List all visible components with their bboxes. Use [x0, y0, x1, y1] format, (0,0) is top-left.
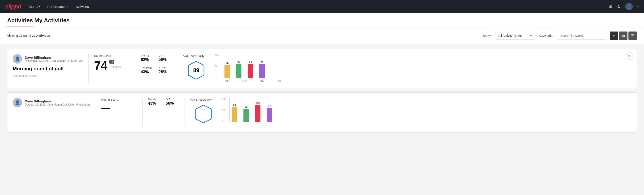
score-number: 74 — [94, 59, 107, 72]
hexagon: 89 — [186, 60, 206, 80]
user-avatar[interactable]: 👤 — [625, 3, 633, 10]
bar-value-app-2: 82 — [245, 106, 248, 108]
card-divider-2b — [142, 98, 142, 127]
grid-view-button[interactable]: ⊞ — [619, 32, 628, 40]
card-left-2: 👤 Dave Billingham October 16, 2021 - Gog… — [13, 98, 90, 110]
viewing-count: 12 — [19, 34, 22, 38]
logo[interactable]: clippd — [5, 3, 21, 10]
bar-group-ott: 85 OTT — [224, 62, 230, 78]
score-holes: 18 Holes — [109, 65, 121, 69]
stats-grid: FW Hit 62% GIR 50% Up/Down 43% 1 Putt 28… — [140, 54, 172, 77]
gir-stat: GIR 50% — [158, 54, 172, 62]
bar-ott-2 — [232, 107, 237, 122]
bar-group-putt-2: 87 — [267, 105, 272, 122]
page-header: Activities My Activities — [0, 13, 644, 28]
card-divider-2a — [96, 98, 96, 127]
score-main-2: — — [101, 103, 137, 112]
bar-value-arg: 89 — [249, 61, 252, 64]
main-content: 👤 Dave Billingham December 05, 2021 - Go… — [0, 44, 644, 140]
user-date: December 05, 2021 - Gog Magog Golf Club … — [25, 59, 83, 62]
add-icon[interactable]: ⊕ — [609, 4, 612, 9]
avatar-chevron-icon: ▾ — [637, 5, 639, 8]
hexagon-svg-2 — [194, 104, 214, 124]
avatar-icon: 👤 — [626, 4, 632, 9]
y-label-100-2: 100 — [222, 98, 228, 100]
bar-value-arg-2: 106 — [256, 102, 260, 104]
gir-label: GIR — [158, 54, 172, 57]
bar-arg-2 — [255, 105, 260, 122]
card-divider — [88, 54, 88, 83]
performance-chevron-icon: ▾ — [68, 5, 68, 8]
card-divider-3 — [177, 54, 178, 83]
avg-shot-label: Avg Shot Quality — [183, 54, 210, 58]
data-source: Data Source: Arccos — [13, 74, 83, 78]
bar-ott — [224, 65, 230, 78]
nav-activities[interactable]: Activities — [76, 5, 89, 8]
nav-performance[interactable]: Performance ▾ — [47, 5, 68, 8]
activity-type-select[interactable]: All Activity Types — [495, 32, 535, 40]
y-label-0: 0 — [215, 76, 221, 78]
view-toggle: ≡ ⊞ ☰ — [610, 32, 637, 40]
activity-card-2: 👤 Dave Billingham October 16, 2021 - Gog… — [7, 92, 637, 132]
bar-value-putt: 89 — [261, 61, 263, 64]
show-label: Show: — [483, 34, 492, 38]
bar-chart-section-2: 100 50 0 94 82 106 — [222, 98, 631, 127]
refresh-icon[interactable]: ↻ — [617, 4, 621, 9]
nav-icons: ⊕ ↻ 👤 ▾ — [609, 3, 639, 10]
bar-value-putt-2: 87 — [268, 105, 271, 107]
card-divider-2 — [135, 54, 135, 83]
user-info: 👤 Dave Billingham December 05, 2021 - Go… — [13, 54, 83, 64]
bar-label-arg: ARG — [260, 80, 265, 82]
avatar-person-icon: 👤 — [15, 56, 20, 62]
bar-group-app: 90 APP — [236, 60, 242, 78]
hex-number: 89 — [193, 67, 199, 74]
list-view-button[interactable]: ≡ — [610, 32, 618, 40]
teams-chevron-icon: ▾ — [39, 5, 40, 8]
nav-teams[interactable]: Teams ▾ — [28, 5, 40, 8]
fw-hit-value: 62% — [140, 57, 154, 62]
viewing-total: 29 — [32, 34, 36, 38]
bar-chart-wrapper: 100 50 0 85 OTT 90 APP — [215, 54, 631, 83]
bar-app-2 — [244, 109, 249, 122]
avatar: 👤 — [13, 54, 22, 64]
avg-shot-section: Avg Shot Quality 89 — [183, 54, 210, 80]
compact-view-button[interactable]: ☰ — [628, 32, 637, 40]
oneputt-stat: 1 Putt 28% — [158, 66, 172, 74]
search-input[interactable] — [557, 32, 606, 40]
user-name: Dave Billingham — [25, 56, 83, 59]
fw-hit-value-2: 43% — [148, 101, 161, 106]
score-section-2: Round Score — — [101, 98, 137, 113]
navbar: clippd Teams ▾ Performance ▾ Activities … — [0, 0, 644, 13]
user-details-2: Dave Billingham October 16, 2021 - Gog M… — [25, 99, 90, 106]
updown-stat: Up/Down 43% — [140, 66, 154, 74]
score-number-2: — — [101, 103, 110, 112]
fw-hit-stat-2: FW Hit 43% — [148, 98, 161, 106]
oneputt-value: 28% — [158, 70, 172, 74]
edit-button[interactable]: ✏ — [626, 52, 633, 60]
bar-chart-section: 100 50 0 85 OTT 90 APP — [215, 54, 631, 83]
keywords-label: Keywords: — [539, 34, 554, 38]
bar-group-arg: 89 ARG — [248, 61, 253, 78]
bar-label-ott: OTT — [225, 80, 230, 82]
score-badge: +4 — [109, 60, 114, 64]
user-name-2: Dave Billingham — [25, 99, 90, 103]
bar-putt-2 — [267, 108, 272, 122]
score-section: Round Score 74 +4 18 Holes — [94, 54, 130, 72]
activity-card: 👤 Dave Billingham December 05, 2021 - Go… — [7, 49, 637, 89]
bar-label-putt: PUTT — [276, 80, 282, 82]
bar-group-arg-2: 106 — [255, 102, 260, 122]
page-title: Activities — [7, 17, 33, 27]
activity-title: Morning round of golf — [13, 66, 83, 72]
gir-value-2: 56% — [166, 101, 179, 106]
fw-hit-stat: FW Hit 62% — [140, 54, 154, 62]
score-main: 74 +4 18 Holes — [94, 59, 130, 72]
bar-group-ott-2: 94 — [232, 104, 237, 122]
bar-group-app-2: 82 — [244, 106, 249, 122]
bar-arg — [248, 64, 253, 78]
viewing-text: Viewing 12 out of 29 Activities — [7, 34, 50, 38]
y-label-100: 100 — [215, 54, 221, 57]
gir-value: 50% — [158, 57, 172, 62]
bar-putt — [259, 64, 265, 78]
page-title-my: My — [34, 17, 44, 24]
avatar-person-icon-2: 👤 — [15, 100, 20, 105]
